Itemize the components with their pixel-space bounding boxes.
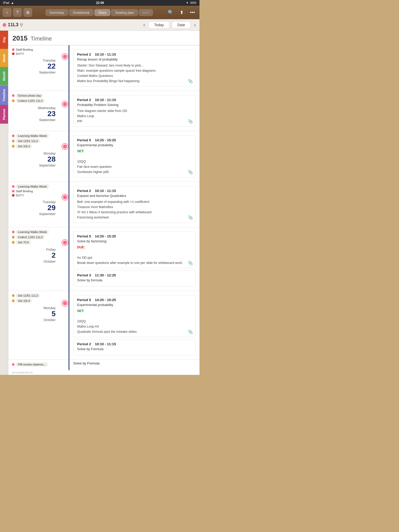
period-desc: Solve by Formula <box>77 347 192 351</box>
filter-icon[interactable]: ▽ <box>20 23 23 27</box>
sidebar-item-day[interactable]: Day <box>0 31 8 49</box>
date-section-oct5: Set 11R1 11L3 Set 10L4 Monday 5 October <box>8 291 200 360</box>
tab-summary[interactable]: Summary <box>45 9 68 16</box>
tab-bar: Summary Gradebook Diary Seating plan ○○○ <box>34 9 164 16</box>
date-button[interactable]: Date <box>171 21 191 29</box>
date-section-sep29: Learning Walks Week Staff Briefing DUTY … <box>8 182 200 227</box>
event-label: Collect 11R1 11L3 <box>16 99 45 103</box>
date-left-sep29: Learning Walks Week Staff Briefing DUTY … <box>8 182 60 227</box>
period-desc: Solve by factorising <box>77 239 192 243</box>
day-name: Tuesday <box>12 200 56 204</box>
period-header: Period 5 14:25 - 15:25 <box>77 138 192 142</box>
event-dot <box>12 300 15 302</box>
class-name: 11L3 <box>8 22 18 28</box>
period-desc: Expand and factorise Quadratics <box>77 194 192 198</box>
event-tag: PM review stateme... <box>12 362 58 367</box>
tab-gradebook[interactable]: Gradebook <box>69 9 94 16</box>
time-display: 22:06 <box>96 1 104 5</box>
tab-diary[interactable]: Diary <box>94 9 110 16</box>
sidebar-item-week[interactable]: Week <box>0 49 8 67</box>
timeline-node <box>60 91 70 131</box>
event-label: PM review stateme... <box>16 362 48 367</box>
day-name: Monday <box>12 151 56 155</box>
event-dot <box>12 99 15 102</box>
sidebar-item-timeline[interactable]: Timeline <box>0 85 8 105</box>
back-button[interactable]: ‹ <box>3 8 11 17</box>
watermark: karamanjakoodi.info <box>8 370 200 375</box>
event-card: Period 2 10:10 - 11:15 Probability Probl… <box>73 95 196 127</box>
events-right-oct2: Period 5 14:25 - 15:25 Solve by factoris… <box>70 227 200 291</box>
day-number: 23 <box>12 110 56 118</box>
period-header: Period 2 10:10 - 11:15 <box>77 98 192 102</box>
event-tag: Set 11R1 11L3 <box>12 139 58 143</box>
event-card: Period 5 14:25 - 15:25 Experimental prob… <box>73 295 196 337</box>
ipad-label: iPad <box>3 1 9 5</box>
event-dot <box>12 135 15 137</box>
tab-more[interactable]: ○○○ <box>139 9 153 16</box>
next-button[interactable]: › <box>193 22 197 28</box>
events-right-partial: Solve by Formula <box>70 360 200 370</box>
toolbar: ‹ ? ⚙ Summary Gradebook Diary Seating pl… <box>0 6 200 19</box>
events-right-sep29: Period 2 10:10 - 11:15 Expand and factor… <box>70 182 200 227</box>
tab-seating-plan[interactable]: Seating plan <box>111 9 138 16</box>
event-card: Period 3 11:30 - 12:25 Solve by formula <box>73 270 196 287</box>
day-month: September <box>12 70 56 74</box>
day-name: Friday <box>12 248 56 251</box>
day-number: 2 <box>12 251 56 260</box>
event-tag: Collect 11R1 11L3 <box>12 235 58 239</box>
set-label: SET: <box>77 309 84 313</box>
event-label: Set 10L4 <box>16 144 32 148</box>
event-dot <box>12 294 15 297</box>
event-dot <box>12 194 15 197</box>
prev-button[interactable]: ‹ <box>142 22 146 28</box>
event-label: DUTY <box>16 52 24 55</box>
event-dot <box>12 48 15 51</box>
more-button[interactable]: ••• <box>188 8 197 17</box>
event-label: DUTY <box>16 194 24 197</box>
day-month: October <box>12 260 56 263</box>
period-header-partial: Solve by Formula <box>73 361 196 365</box>
today-button[interactable]: Today <box>148 21 170 29</box>
date-left-sep23: School photo day Collect 11R1 11L3 Wedne… <box>8 91 60 131</box>
attachment-icon: 📎 <box>188 170 193 175</box>
help-button[interactable]: ? <box>13 8 22 17</box>
settings-button[interactable]: ⚙ <box>23 8 32 17</box>
event-dot <box>12 94 15 97</box>
share-button[interactable]: ⬆ <box>177 8 186 17</box>
events-right-sep22: Period 2 10:10 - 11:15 Recap lesson of p… <box>70 45 200 91</box>
timeline-circle <box>62 54 68 59</box>
timeline-node <box>60 45 70 91</box>
sidebar-item-planner[interactable]: Planner <box>0 105 8 124</box>
event-tag: Collect 11R1 11L3 <box>12 99 58 103</box>
event-label: Staff Briefing <box>16 190 33 193</box>
event-card: Period 2 10:10 - 11:15 Expand and factor… <box>73 186 196 223</box>
event-card: Period 2 10:10 - 11:15 Recap lesson of p… <box>73 50 196 87</box>
attachment-icon: 📎 <box>188 329 193 334</box>
event-dot <box>12 363 15 366</box>
event-dot <box>12 231 15 233</box>
day-name: Wednesday <box>12 106 56 110</box>
timeline-node <box>60 291 70 360</box>
period-header: Period 2 10:10 - 11:15 <box>77 52 192 56</box>
search-button[interactable]: 🔍 <box>166 8 175 17</box>
wifi-icon: ▲ <box>11 1 14 5</box>
timeline-view: 2015 Timeline Staff Briefing DUTY <box>8 31 200 375</box>
period-desc: Solve by formula <box>77 278 192 282</box>
timeline-circle <box>62 144 68 149</box>
year-header: 2015 Timeline <box>8 31 200 45</box>
side-tabs: Day Week Month Timeline Planner <box>0 31 8 375</box>
event-label: Learning Walks Week <box>16 184 49 189</box>
events-right-sep23: Period 2 10:10 - 11:15 Probability Probl… <box>70 91 200 131</box>
event-dot <box>12 52 15 55</box>
timeline-node <box>60 227 70 291</box>
date-section-oct2: Learning Walks Week Collect 11R1 11L3 Se… <box>8 227 200 291</box>
event-card: Period 5 14:25 - 15:25 Solve by factoris… <box>73 231 196 268</box>
event-tag: Set 10L4 <box>12 144 58 148</box>
sidebar-item-month[interactable]: Month <box>0 67 8 85</box>
event-dot <box>12 236 15 238</box>
period-details: DUE: As OD ppt Break down questions afte… <box>77 245 192 265</box>
event-dot <box>12 185 15 188</box>
attachment-icon: 📎 <box>188 79 193 84</box>
event-tag: Learning Walks Week <box>12 230 58 234</box>
timeline-circle <box>62 300 68 306</box>
